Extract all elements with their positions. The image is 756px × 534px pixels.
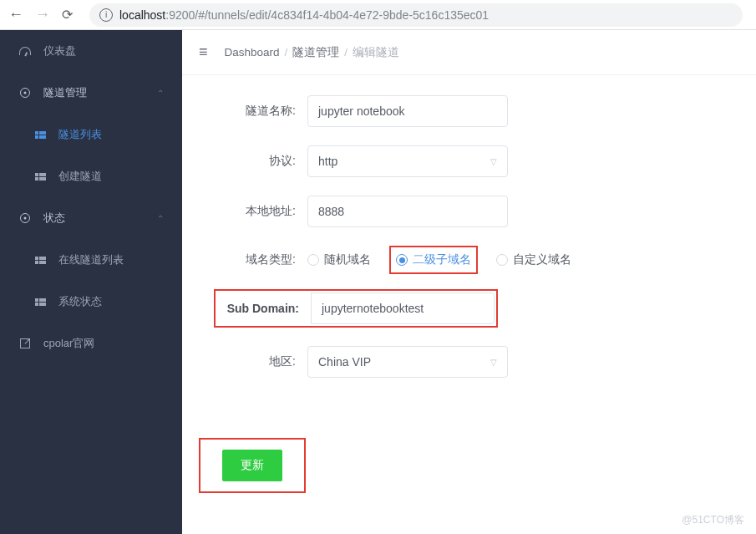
protocol-select[interactable]: http▽ — [307, 145, 508, 177]
chevron-down-icon: ▽ — [490, 358, 497, 367]
browser-toolbar: ← → ⟳ i localhost:9200/#/tunnels/edit/4c… — [0, 0, 756, 30]
sidebar: 仪表盘 隧道管理 ⌃ 隧道列表 创建隧道 状态 ⌃ 在线隧道列表 系统状态 — [0, 30, 182, 534]
sidebar-label: 隧道列表 — [58, 127, 164, 142]
tunnel-name-input[interactable]: jupyter notebook — [307, 95, 508, 127]
radio-sub-domain[interactable]: 二级子域名 — [396, 252, 471, 267]
watermark: @51CTO博客 — [682, 513, 744, 527]
protocol-label: 协议: — [199, 154, 307, 169]
sidebar-label: 在线隧道列表 — [58, 252, 164, 267]
chevron-up-icon: ⌃ — [157, 89, 164, 98]
sidebar-item-create-tunnel[interactable]: 创建隧道 — [0, 155, 182, 197]
circle-icon — [20, 213, 30, 223]
chevron-up-icon: ⌃ — [157, 214, 164, 223]
chevron-down-icon: ▽ — [490, 157, 497, 166]
sidebar-item-cpolar-site[interactable]: cpolar官网 — [0, 323, 182, 364]
sidebar-item-tunnel-mgmt[interactable]: 隧道管理 ⌃ — [0, 72, 182, 114]
radio-random-domain[interactable]: 随机域名 — [307, 252, 371, 267]
sidebar-label: 隧道管理 — [43, 85, 157, 100]
sidebar-label: 系统状态 — [58, 294, 164, 309]
sidebar-item-dashboard[interactable]: 仪表盘 — [0, 30, 182, 72]
domain-type-label: 域名类型: — [199, 252, 307, 267]
external-link-icon — [20, 338, 30, 348]
region-select[interactable]: China VIP▽ — [307, 346, 508, 378]
subdomain-label: Sub Domain: — [217, 302, 311, 315]
menu-toggle-icon[interactable]: ≡ — [199, 43, 208, 61]
radio-icon — [496, 254, 508, 266]
sidebar-item-tunnel-list[interactable]: 隧道列表 — [0, 114, 182, 155]
sidebar-label: 状态 — [43, 211, 157, 226]
region-label: 地区: — [199, 354, 307, 369]
radio-custom-domain[interactable]: 自定义域名 — [496, 252, 571, 267]
site-info-icon[interactable]: i — [99, 8, 113, 22]
sidebar-label: cpolar官网 — [43, 336, 164, 351]
reload-icon[interactable]: ⟳ — [62, 7, 73, 23]
back-icon[interactable]: ← — [8, 6, 23, 23]
update-button[interactable]: 更新 — [222, 450, 282, 481]
sidebar-item-system-status[interactable]: 系统状态 — [0, 281, 182, 323]
circle-icon — [20, 88, 30, 98]
sidebar-label: 仪表盘 — [43, 43, 164, 58]
radio-icon — [307, 254, 319, 266]
address-bar[interactable]: i localhost:9200/#/tunnels/edit/4c834f14… — [89, 3, 743, 27]
url-text: localhost:9200/#/tunnels/edit/4c834f14-4… — [119, 8, 489, 22]
sidebar-item-status[interactable]: 状态 ⌃ — [0, 197, 182, 239]
grid-icon — [35, 298, 46, 306]
sidebar-item-online-list[interactable]: 在线隧道列表 — [0, 239, 182, 281]
content-area: ≡ Dashboard / 隧道管理 / 编辑隧道 隧道名称: jupyter … — [182, 30, 756, 534]
edit-tunnel-form: 隧道名称: jupyter notebook 协议: http▽ 本地地址: 8… — [182, 75, 756, 513]
breadcrumb-dashboard[interactable]: Dashboard — [225, 46, 280, 58]
tunnel-name-label: 隧道名称: — [199, 104, 307, 119]
breadcrumb: Dashboard / 隧道管理 / 编辑隧道 — [225, 45, 400, 60]
breadcrumb-tunnel-mgmt[interactable]: 隧道管理 — [292, 45, 339, 60]
grid-icon — [35, 131, 46, 139]
gauge-icon — [19, 47, 31, 55]
breadcrumb-current: 编辑隧道 — [353, 45, 399, 60]
subdomain-input[interactable]: jupyternotebooktest — [311, 292, 495, 324]
grid-icon — [35, 257, 46, 264]
sidebar-label: 创建隧道 — [58, 169, 164, 184]
local-addr-input[interactable]: 8888 — [307, 196, 508, 227]
local-addr-label: 本地地址: — [199, 204, 307, 219]
grid-icon — [35, 173, 46, 181]
topbar: ≡ Dashboard / 隧道管理 / 编辑隧道 — [182, 30, 756, 75]
forward-icon[interactable]: → — [35, 6, 50, 23]
radio-icon — [396, 254, 408, 266]
